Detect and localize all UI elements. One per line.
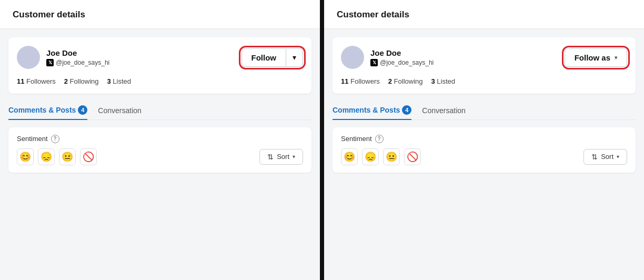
left-followers-stat: 11 Followers [17,77,56,85]
left-sentiment-icons: 😊 😞 😐 🚫 [17,148,97,165]
right-listed-count: 3 [431,77,435,85]
left-tab-comments-label: Comments & Posts [8,106,76,114]
left-sentiment-controls: 😊 😞 😐 🚫 ⇅ Sort ▾ [17,148,303,165]
right-muted-smiley[interactable]: 🚫 [404,148,421,165]
right-listed-stat: 3 Listed [431,77,456,85]
right-tab-comments-label: Comments & Posts [333,106,400,114]
right-sentiment-icons: 😊 😞 😐 🚫 [341,148,421,165]
right-help-icon[interactable]: ? [375,135,384,143]
right-negative-smiley[interactable]: 😞 [362,148,379,165]
left-stats-row: 11 Followers 2 Following 3 Listed [17,76,303,85]
right-sort-chevron: ▾ [617,154,619,159]
right-panel: Customer details Joe Doe 𝕏 @joe_doe_says… [324,0,644,280]
right-tab-comments[interactable]: Comments & Posts 4 [333,101,411,120]
right-x-icon: 𝕏 [370,59,378,66]
left-following-count: 2 [64,77,68,85]
right-following-count: 2 [388,77,392,85]
left-x-icon: 𝕏 [46,59,54,66]
left-sort-button[interactable]: ⇅ Sort ▾ [259,149,303,165]
left-tab-comments-badge: 4 [78,105,87,115]
left-sort-label: Sort [277,153,289,161]
right-customer-name: Joe Doe [370,48,434,57]
right-tab-comments-badge: 4 [402,105,411,115]
left-customer-top: Joe Doe 𝕏 @joe_doe_says_hi Follow ▾ [17,46,303,69]
right-sentiment-controls: 😊 😞 😐 🚫 ⇅ Sort ▾ [341,148,627,165]
right-stats-row: 11 Followers 2 Following 3 Listed [341,76,627,85]
right-follow-as-button-wrapper: Follow as ▾ [565,48,627,67]
left-muted-smiley[interactable]: 🚫 [80,148,97,165]
left-sort-chevron: ▾ [293,154,295,159]
right-sort-icon: ⇅ [591,153,598,161]
left-tabs-bar: Comments & Posts 4 Conversation [8,101,311,120]
right-customer-details: Joe Doe 𝕏 @joe_doe_says_hi [370,48,434,66]
left-avatar [17,46,40,69]
right-customer-handle: 𝕏 @joe_doe_says_hi [370,59,434,66]
right-sort-label: Sort [601,153,613,161]
left-sentiment-label-row: Sentiment ? [17,135,303,143]
left-panel-content: Joe Doe 𝕏 @joe_doe_says_hi Follow ▾ [0,29,320,181]
right-listed-label-text: Listed [437,77,455,85]
right-sentiment-card: Sentiment ? 😊 😞 😐 🚫 ⇅ Sort ▾ [333,127,636,173]
left-panel: Customer details Joe Doe 𝕏 @joe_doe_says… [0,0,320,280]
right-sentiment-text: Sentiment [341,135,372,143]
right-follow-as-button[interactable]: Follow as ▾ [565,48,627,67]
left-sort-icon: ⇅ [267,153,274,161]
right-following-stat: 2 Following [388,77,423,85]
left-follow-button[interactable]: Follow [242,48,286,67]
right-followers-stat: 11 Followers [341,77,380,85]
right-customer-info: Joe Doe 𝕏 @joe_doe_says_hi [341,46,434,69]
left-following-label-text: Following [70,77,99,85]
left-help-icon[interactable]: ? [51,135,59,143]
left-follow-button-group: Follow ▾ [242,48,304,67]
right-tab-conversation[interactable]: Conversation [422,102,466,120]
left-listed-stat: 3 Listed [107,77,132,85]
right-follow-as-label: Follow as [575,53,610,62]
right-sentiment-label-row: Sentiment ? [341,135,627,143]
left-neutral-smiley[interactable]: 😐 [59,148,76,165]
right-customer-card: Joe Doe 𝕏 @joe_doe_says_hi Follow as ▾ [333,37,636,94]
right-tab-conversation-label: Conversation [422,106,466,115]
left-follow-buttons: Follow ▾ [242,48,304,67]
left-following-stat: 2 Following [64,77,99,85]
panel-divider [320,0,324,280]
right-panel-content: Joe Doe 𝕏 @joe_doe_says_hi Follow as ▾ [324,29,644,181]
right-handle-text: @joe_doe_says_hi [380,59,434,66]
right-positive-smiley[interactable]: 😊 [341,148,358,165]
left-followers-label-text: Followers [26,77,56,85]
right-following-label-text: Following [394,77,423,85]
left-follow-dropdown[interactable]: ▾ [286,48,303,67]
left-handle-text: @joe_doe_says_hi [56,59,109,66]
left-listed-count: 3 [107,77,111,85]
left-customer-info: Joe Doe 𝕏 @joe_doe_says_hi [17,46,109,69]
left-negative-smiley[interactable]: 😞 [38,148,55,165]
left-tab-conversation-label: Conversation [98,106,142,115]
right-sort-button[interactable]: ⇅ Sort ▾ [583,149,627,165]
left-tab-comments[interactable]: Comments & Posts 4 [8,101,87,120]
right-followers-count: 11 [341,77,348,85]
left-tab-conversation[interactable]: Conversation [98,102,142,120]
left-sentiment-text: Sentiment [17,135,48,143]
left-customer-handle: 𝕏 @joe_doe_says_hi [46,59,109,66]
left-customer-card: Joe Doe 𝕏 @joe_doe_says_hi Follow ▾ [8,37,311,94]
left-customer-details: Joe Doe 𝕏 @joe_doe_says_hi [46,48,109,66]
left-followers-count: 11 [17,77,24,85]
right-neutral-smiley[interactable]: 😐 [383,148,400,165]
left-listed-label-text: Listed [113,77,131,85]
right-followers-label-text: Followers [350,77,380,85]
right-panel-title: Customer details [324,0,644,29]
right-customer-top: Joe Doe 𝕏 @joe_doe_says_hi Follow as ▾ [341,46,627,69]
left-customer-name: Joe Doe [46,48,109,57]
left-positive-smiley[interactable]: 😊 [17,148,34,165]
right-avatar [341,46,364,69]
right-tabs-bar: Comments & Posts 4 Conversation [333,101,636,120]
left-sentiment-card: Sentiment ? 😊 😞 😐 🚫 ⇅ Sort ▾ [8,127,311,173]
left-panel-title: Customer details [0,0,320,29]
right-follow-as-chevron: ▾ [615,55,617,61]
